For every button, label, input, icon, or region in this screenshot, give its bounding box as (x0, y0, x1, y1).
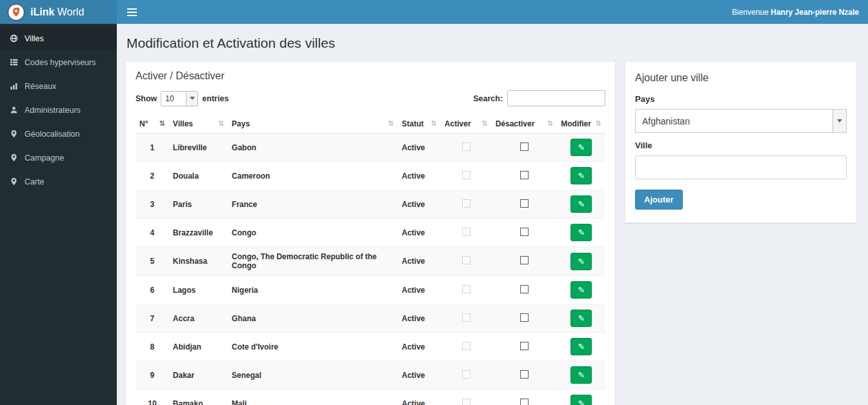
entries-label: entries (202, 94, 228, 103)
page-length-select[interactable]: 10 (161, 91, 198, 106)
modifier-button[interactable]: ✎ (570, 139, 592, 156)
desactiver-checkbox[interactable] (520, 342, 529, 350)
cell-statut: Active (398, 190, 441, 219)
desactiver-checkbox[interactable] (520, 171, 529, 179)
villes-table-panel: Activer / Désactiver Show 10 entries (125, 61, 616, 405)
sidebar-item-reseaux[interactable]: Réseaux (0, 74, 117, 98)
page-title: Modification et Activation des villes (126, 35, 858, 51)
hamburger-icon (127, 8, 137, 10)
column-header-villes[interactable]: Villes⇅ (169, 115, 228, 133)
column-header-statut[interactable]: Statut⇅ (398, 115, 441, 133)
modifier-button[interactable]: ✎ (570, 366, 592, 384)
activer-checkbox (462, 370, 470, 379)
edit-icon: ✎ (578, 199, 585, 209)
column-header-activer[interactable]: Activer⇅ (441, 115, 492, 133)
desactiver-checkbox[interactable] (520, 313, 529, 322)
column-header-modifier[interactable]: Modifier⇅ (557, 115, 605, 133)
table-row: 10 Bamako Mali Active ✎ (136, 390, 605, 405)
cell-pays: Gabon (228, 133, 398, 162)
desactiver-checkbox[interactable] (520, 399, 529, 405)
column-header-pays[interactable]: Pays⇅ (228, 115, 398, 133)
modifier-button[interactable]: ✎ (570, 281, 592, 299)
cell-ville: Paris (169, 190, 228, 219)
cell-ville: Bamako (169, 390, 228, 405)
app-brand[interactable]: iLink World (0, 0, 117, 24)
activer-checkbox (462, 256, 470, 264)
sidebar-item-label: Administrateurs (25, 106, 81, 115)
modifier-button[interactable]: ✎ (570, 253, 592, 270)
row-number: 5 (136, 247, 169, 276)
activer-checkbox (462, 199, 470, 208)
table-row: 5 Kinshasa Congo, The Democratic Republi… (136, 247, 605, 276)
cell-pays: Nigeria (228, 276, 398, 304)
row-number: 4 (136, 219, 169, 247)
sidebar-item-codes-hyperviseurs[interactable]: Codes hyperviseurs (0, 50, 117, 74)
modifier-button[interactable]: ✎ (570, 167, 592, 184)
desactiver-checkbox[interactable] (520, 228, 529, 236)
cell-statut: Active (398, 162, 441, 190)
row-number: 6 (136, 276, 169, 304)
search-control: Search: (473, 90, 605, 106)
edit-icon: ✎ (578, 171, 585, 181)
modifier-button[interactable]: ✎ (570, 195, 592, 213)
cell-statut: Active (398, 361, 441, 390)
sidebar-item-geolocalisation[interactable]: Géolocalisation (0, 122, 117, 146)
user-icon (9, 105, 19, 115)
cell-statut: Active (398, 133, 441, 162)
sidebar-item-campagne[interactable]: Campagne (0, 146, 117, 170)
desactiver-checkbox[interactable] (520, 143, 529, 151)
desactiver-checkbox[interactable] (520, 285, 529, 293)
column-header-numero[interactable]: N°⇅ (136, 115, 169, 133)
pays-select[interactable]: Afghanistan (635, 109, 847, 133)
sort-icon: ⇅ (218, 119, 224, 128)
sidebar-item-administrateurs[interactable]: Administrateurs (0, 98, 117, 122)
table-row: 6 Lagos Nigeria Active ✎ (136, 276, 605, 304)
row-number: 9 (136, 361, 169, 390)
ville-input[interactable] (635, 155, 847, 179)
modifier-button[interactable]: ✎ (570, 224, 592, 241)
sort-icon: ⇅ (481, 119, 487, 128)
activer-checkbox (462, 313, 470, 322)
map-marker-icon (9, 177, 19, 186)
desactiver-checkbox[interactable] (520, 256, 529, 264)
edit-icon: ✎ (578, 228, 585, 237)
sidebar-item-label: Réseaux (25, 82, 56, 91)
cell-statut: Active (398, 219, 441, 247)
modifier-button[interactable]: ✎ (570, 310, 592, 327)
cell-ville: Kinshasa (169, 247, 228, 276)
map-marker-icon (9, 153, 19, 163)
panel-title: Activer / Désactiver (126, 62, 615, 89)
cell-pays: Senegal (228, 361, 398, 390)
villes-table: N°⇅ Villes⇅ Pays⇅ Statut⇅ Activer⇅ Désac… (136, 115, 605, 405)
table-row: 2 Douala Cameroon Active ✎ (136, 162, 605, 190)
map-marker-icon (9, 129, 19, 139)
add-panel-title: Ajouter une ville (635, 72, 847, 84)
desactiver-checkbox[interactable] (520, 199, 529, 208)
modifier-button[interactable]: ✎ (570, 338, 592, 355)
sidebar-item-label: Campagne (25, 153, 64, 163)
list-icon (9, 57, 19, 67)
cell-statut: Active (398, 276, 441, 304)
page-length-control: Show 10 entries (136, 91, 228, 106)
globe-icon (9, 34, 19, 43)
edit-icon: ✎ (578, 143, 585, 152)
table-row: 8 Abidjan Cote d'Ivoire Active ✎ (136, 333, 605, 361)
cell-statut: Active (398, 390, 441, 405)
table-row: 9 Dakar Senegal Active ✎ (136, 361, 605, 390)
pays-label: Pays (635, 94, 847, 104)
sidebar-item-villes[interactable]: Villes (0, 26, 117, 50)
ajouter-button[interactable]: Ajouter (635, 190, 683, 210)
table-header-row: N°⇅ Villes⇅ Pays⇅ Statut⇅ Activer⇅ Désac… (136, 115, 605, 133)
sidebar-toggle-button[interactable] (117, 0, 146, 24)
modifier-button[interactable]: ✎ (570, 395, 592, 405)
edit-icon: ✎ (578, 313, 585, 323)
column-header-desactiver[interactable]: Désactiver⇅ (492, 115, 558, 133)
cell-statut: Active (398, 247, 441, 276)
activer-checkbox (462, 228, 470, 236)
cell-ville: Brazzaville (169, 219, 228, 247)
table-body: 1 Libreville Gabon Active ✎ 2 Douala Cam… (136, 133, 605, 405)
desactiver-checkbox[interactable] (520, 370, 529, 379)
sidebar-item-carte[interactable]: Carte (0, 170, 117, 193)
cell-pays: Cote d'Ivoire (228, 333, 398, 361)
search-input[interactable] (507, 90, 605, 106)
